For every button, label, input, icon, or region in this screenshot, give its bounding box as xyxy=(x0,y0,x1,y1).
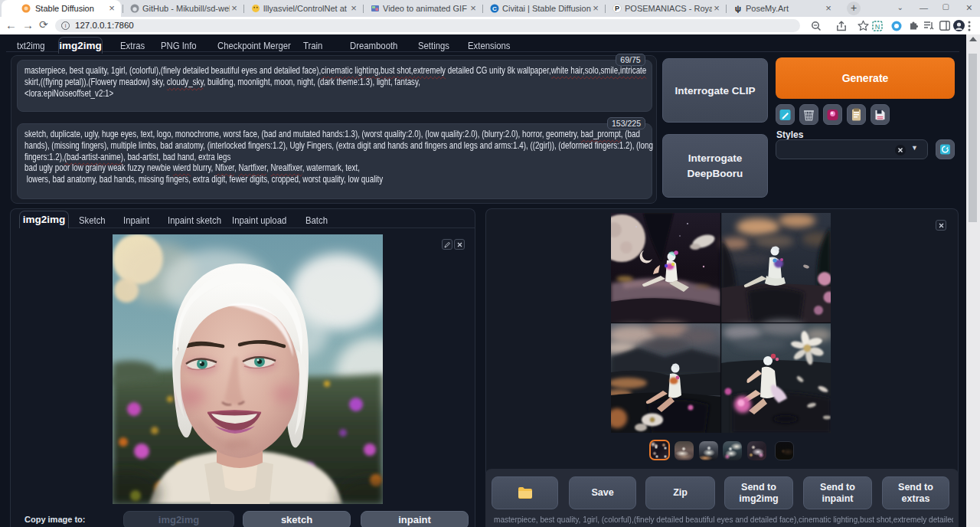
svg-text:i: i xyxy=(65,22,67,29)
svg-text:N: N xyxy=(875,23,880,31)
svg-text:ψ: ψ xyxy=(735,4,741,13)
svg-text:C: C xyxy=(492,5,497,12)
svg-text:P: P xyxy=(615,5,619,12)
